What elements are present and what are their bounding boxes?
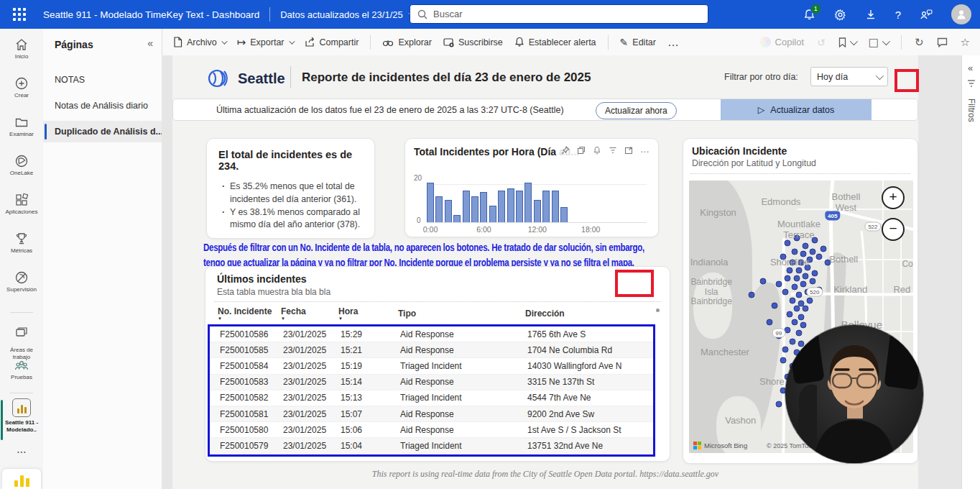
incident-dot[interactable] bbox=[780, 357, 787, 364]
incident-dot[interactable] bbox=[767, 319, 773, 326]
more-visual-options-icon[interactable]: … bbox=[640, 146, 650, 155]
table-row[interactable]: F25001058623/01/202515:29Aid Response176… bbox=[210, 326, 653, 342]
incident-dot[interactable] bbox=[789, 338, 795, 344]
filter-icon[interactable] bbox=[609, 146, 617, 155]
incident-dot[interactable] bbox=[798, 314, 805, 320]
refresh-icon[interactable]: ↻ bbox=[915, 36, 924, 49]
notifications-button[interactable]: 1 bbox=[803, 9, 815, 21]
incident-dot[interactable] bbox=[787, 268, 793, 274]
bar-hour-11[interactable] bbox=[524, 183, 532, 222]
incident-dot[interactable] bbox=[809, 248, 815, 255]
nav-aplicaciones[interactable]: Aplicaciones bbox=[0, 193, 43, 215]
table-scrollbar-dot[interactable] bbox=[656, 309, 660, 312]
page-item-notas-analisis[interactable]: Notas de Análisis diario bbox=[43, 95, 162, 116]
table-row[interactable]: F25001058223/01/202515:13Triaged Inciden… bbox=[210, 390, 653, 406]
update-now-button[interactable]: Actualizar ahora bbox=[596, 102, 677, 119]
bar-hour-15[interactable] bbox=[560, 207, 568, 222]
subscribe-button[interactable]: Suscribirse bbox=[443, 37, 503, 47]
bar-hour-5[interactable] bbox=[471, 196, 479, 222]
nav-more[interactable]: ⋯ bbox=[0, 446, 43, 457]
comment-icon[interactable] bbox=[937, 37, 948, 47]
set-alert-button[interactable]: Establecer alerta bbox=[514, 37, 596, 47]
incident-dot[interactable] bbox=[782, 346, 789, 352]
col-tipo[interactable]: Tipo bbox=[398, 309, 525, 319]
bar-hour-12[interactable] bbox=[534, 200, 541, 222]
incident-dot[interactable] bbox=[795, 330, 802, 337]
nav-pruebas[interactable]: Pruebas bbox=[0, 358, 43, 380]
bar-hour-3[interactable] bbox=[453, 215, 461, 222]
help-button[interactable]: ? bbox=[895, 9, 901, 21]
kpi-card[interactable]: El total de incidentes es de 234. Es 35.… bbox=[206, 138, 375, 239]
export-menu[interactable]: ↦ Exportar bbox=[237, 36, 293, 49]
map-zoom-out-button[interactable]: − bbox=[882, 218, 905, 241]
search-input[interactable]: Buscar bbox=[410, 4, 708, 24]
app-launcher-icon[interactable] bbox=[13, 8, 26, 21]
page-item-notas[interactable]: NOTAS bbox=[43, 69, 162, 91]
incident-dot[interactable] bbox=[809, 278, 815, 285]
bar-hour-13[interactable] bbox=[542, 191, 550, 222]
nav-crear[interactable]: Crear bbox=[0, 76, 43, 99]
bar-hour-7[interactable] bbox=[489, 206, 496, 222]
incident-dot[interactable] bbox=[771, 303, 777, 309]
nav-inicio[interactable]: Inicio bbox=[0, 37, 43, 60]
bar-hour-10[interactable] bbox=[516, 191, 523, 222]
table-row[interactable]: F25001058123/01/202515:07Aid Response920… bbox=[210, 406, 653, 422]
account-avatar[interactable] bbox=[951, 4, 971, 24]
incident-dot[interactable] bbox=[791, 283, 798, 290]
incident-dot[interactable] bbox=[800, 281, 807, 288]
edit-button[interactable]: ✎ Editar bbox=[620, 37, 656, 48]
incident-dot[interactable] bbox=[775, 401, 782, 407]
bookmarks-button[interactable] bbox=[838, 37, 856, 47]
incident-dot[interactable] bbox=[803, 306, 809, 312]
incidents-table-card[interactable]: Últimos incidentes Esta tabla muestra bl… bbox=[205, 266, 670, 462]
incident-dot[interactable] bbox=[785, 275, 791, 282]
nav-report-seattle911[interactable]: Seattle 911 - Modelado.. bbox=[0, 398, 43, 433]
share-button[interactable]: Compartir bbox=[305, 37, 359, 47]
bar-hour-2[interactable] bbox=[445, 200, 452, 222]
bar-hour-0[interactable] bbox=[427, 183, 434, 222]
incident-dot[interactable] bbox=[803, 242, 809, 249]
more-options-button[interactable]: … bbox=[667, 36, 680, 49]
bar-hour-9[interactable] bbox=[507, 188, 514, 222]
incident-dot[interactable] bbox=[795, 268, 802, 274]
settings-button[interactable] bbox=[834, 9, 846, 21]
incident-dot[interactable] bbox=[807, 297, 813, 303]
powerbi-logo[interactable] bbox=[2, 469, 41, 489]
incident-dot[interactable] bbox=[815, 254, 822, 260]
bar-hour-1[interactable] bbox=[435, 196, 443, 222]
incident-dot[interactable] bbox=[782, 289, 789, 296]
table-row[interactable]: F25001057923/01/202515:04Triaged Inciden… bbox=[210, 438, 653, 454]
incident-dot[interactable] bbox=[793, 275, 800, 282]
incident-dot[interactable] bbox=[749, 292, 755, 298]
data-updated-dropdown[interactable]: Datos actualizados el 23/1/25 bbox=[280, 9, 415, 20]
incident-dot[interactable] bbox=[791, 319, 798, 326]
feedback-button[interactable] bbox=[920, 9, 933, 20]
col-direccion[interactable]: Dirección bbox=[525, 309, 655, 319]
hourly-chart-card[interactable]: Total Incidentes por Hora (Día aú... … 0… bbox=[405, 138, 659, 237]
incident-dot[interactable] bbox=[793, 306, 800, 312]
page-item-duplicado[interactable]: Duplicado de Análisis d... bbox=[43, 121, 162, 142]
download-button[interactable] bbox=[865, 9, 877, 20]
copilot-button[interactable]: Copilot bbox=[760, 37, 804, 47]
map-zoom-in-button[interactable]: + bbox=[882, 186, 905, 209]
file-menu[interactable]: Archivo bbox=[173, 37, 226, 47]
col-fecha[interactable]: Fecha▼ bbox=[281, 307, 338, 321]
nav-supervision[interactable]: Supervisión bbox=[0, 270, 43, 293]
incident-dot[interactable] bbox=[787, 311, 793, 317]
copy-icon[interactable] bbox=[577, 146, 586, 155]
nav-onelake[interactable]: OneLake bbox=[0, 154, 43, 176]
incident-dot[interactable] bbox=[775, 281, 782, 288]
incident-dot[interactable] bbox=[800, 321, 807, 328]
nav-metricas[interactable]: Métricas bbox=[0, 232, 43, 254]
day-filter-dropdown[interactable]: Hoy día bbox=[810, 67, 888, 86]
focus-mode-icon[interactable] bbox=[624, 146, 633, 155]
bar-hour-4[interactable] bbox=[463, 191, 470, 222]
table-row[interactable]: F25001058423/01/202515:19Triaged Inciden… bbox=[210, 358, 653, 374]
bar-hour-14[interactable] bbox=[552, 191, 559, 222]
incident-dot[interactable] bbox=[785, 240, 791, 247]
incident-dot[interactable] bbox=[791, 248, 798, 255]
view-button[interactable]: □ bbox=[869, 36, 888, 49]
nav-examinar[interactable]: Examinar bbox=[0, 115, 43, 137]
table-row[interactable]: F25001058523/01/202515:21Aid Response170… bbox=[210, 342, 653, 358]
col-no-incidente[interactable]: No. Incidente▼ bbox=[218, 307, 281, 321]
